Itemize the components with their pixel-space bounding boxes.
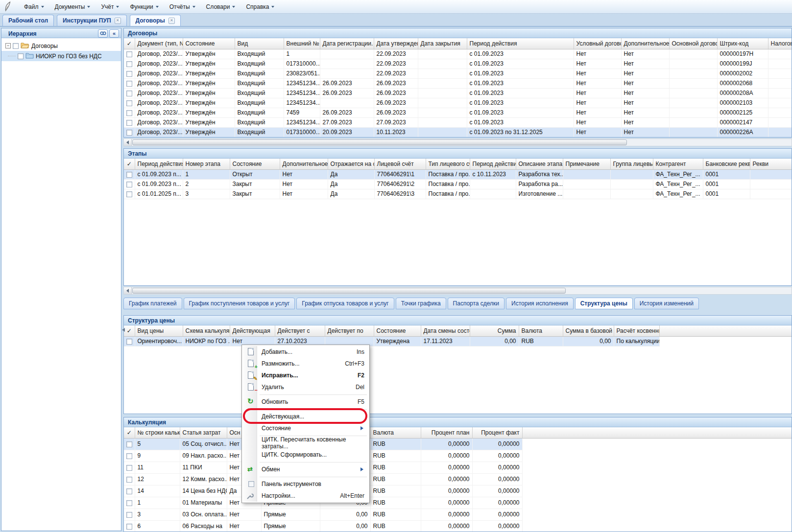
column-header[interactable]: Внешний №	[284, 38, 320, 49]
column-header[interactable]: Действует по	[325, 325, 374, 336]
column-header[interactable]: Валюта	[519, 325, 563, 336]
row-checkbox[interactable]	[126, 110, 132, 116]
row-checkbox[interactable]	[126, 488, 132, 494]
column-header[interactable]: Условный договор	[574, 38, 621, 49]
row-checkbox[interactable]	[126, 71, 132, 77]
context-menu-item-2[interactable]: +Размножить...Ctrl+F3	[243, 358, 368, 370]
collapse-left-icon[interactable]: «	[109, 29, 119, 38]
subtab-6[interactable]: История исполнения	[506, 298, 574, 309]
column-header[interactable]: Процент факт	[472, 427, 522, 438]
row-checkbox[interactable]	[126, 339, 132, 345]
column-header[interactable]: Штрих-код	[717, 38, 768, 49]
row-checkbox[interactable]	[126, 51, 132, 57]
doc-tab-2[interactable]: Инструкции ПУП✕	[57, 15, 126, 26]
row-checkbox[interactable]	[126, 182, 132, 187]
row-checkbox[interactable]	[126, 81, 132, 87]
row-checkbox[interactable]	[126, 91, 132, 96]
table-row[interactable]: с 01.09.2023 п...2ЗакрытНетДа7706406291\…	[124, 179, 792, 189]
row-checkbox[interactable]	[126, 500, 132, 506]
table-row[interactable]: Договор, 2023/...УтверждёнВходящий230823…	[124, 69, 792, 78]
column-header[interactable]: Номер этапа	[183, 159, 230, 169]
row-checkbox[interactable]	[126, 441, 132, 447]
row-checkbox[interactable]	[126, 191, 132, 197]
column-header[interactable]: Дата смены состоя	[421, 325, 470, 336]
doc-tab-1[interactable]: Рабочий стол	[2, 15, 54, 26]
tree-item-1[interactable]: −Договоры	[1, 41, 121, 51]
row-checkbox[interactable]	[126, 477, 132, 483]
table-row[interactable]: Ориентировоч...НИОКР по ГОЗ ...Нет27.10.…	[124, 336, 659, 346]
column-header[interactable]: Дополнительное с	[621, 38, 669, 49]
table-row[interactable]: Договор, 2023/...УтверждёнВходящий123451…	[124, 98, 792, 108]
column-header[interactable]: Состояние	[183, 38, 235, 49]
column-header[interactable]: Налогов	[768, 38, 792, 49]
menubar-item-5[interactable]: Отчёты	[164, 1, 201, 13]
column-header[interactable]: Примечание	[563, 159, 610, 169]
row-checkbox[interactable]	[126, 453, 132, 459]
column-header[interactable]: Период действия л	[470, 159, 516, 169]
table-row[interactable]: с 01.01.2025 п...3ЗакрытНетДа7706406291\…	[124, 189, 792, 199]
column-header[interactable]: Группа лицевых с	[610, 159, 653, 169]
subtab-2[interactable]: График поступления товаров и услуг	[184, 298, 295, 309]
row-checkbox[interactable]	[126, 120, 132, 126]
column-header[interactable]: Период действия	[467, 38, 574, 49]
table-row[interactable]: 606 Расходы наНетПрямые0,00RUB0,000000,0…	[124, 520, 522, 532]
subtab-8[interactable]: История изменений	[634, 298, 699, 309]
menubar-item-1[interactable]: Файл	[19, 1, 49, 13]
tree-item-2[interactable]: НИОКР по ГОЗ без НДС	[1, 51, 121, 61]
table-row[interactable]: Договор, 2023/...УтверждёнВходящий123451…	[124, 88, 792, 98]
table-row[interactable]: Договор, 2023/...УтверждёнВходящий122.09…	[124, 49, 792, 59]
column-header[interactable]: Расчёт косвенных	[614, 325, 659, 336]
scroll-left-arrow-icon[interactable]	[124, 287, 132, 294]
row-checkbox[interactable]	[126, 465, 132, 471]
column-header[interactable]: Сумма в базовой в	[563, 325, 614, 336]
menubar-item-3[interactable]: Учёт	[96, 1, 124, 13]
tab-close-icon[interactable]: ✕	[168, 18, 175, 24]
column-header[interactable]: Лицевой счёт	[374, 159, 426, 169]
column-header[interactable]: Вид цены	[135, 325, 183, 336]
column-header[interactable]: Сумма	[470, 325, 519, 336]
menubar-item-7[interactable]: Справка	[240, 1, 280, 13]
column-header[interactable]: Дата утверждения	[374, 38, 418, 49]
row-checkbox[interactable]	[126, 130, 132, 136]
table-row[interactable]: с 01.09.2023 п...1ОткрытНетДа7706406291\…	[124, 169, 792, 179]
row-checkbox[interactable]	[126, 172, 132, 178]
column-header[interactable]: Процент план	[421, 427, 472, 438]
column-header[interactable]: Состояние	[374, 325, 421, 336]
table-row[interactable]: Договор, 2023/...УтверждёнВходящий123451…	[124, 78, 792, 88]
scroll-left-arrow-icon[interactable]	[120, 326, 126, 333]
context-menu-item-11[interactable]: ЦИТК. Пересчитать косвенные затраты...	[243, 437, 368, 449]
row-checkbox[interactable]	[126, 100, 132, 106]
subtab-5[interactable]: Паспорта сделки	[448, 298, 504, 309]
column-header[interactable]: Вид	[235, 38, 284, 49]
column-header[interactable]: Описание этапа	[516, 159, 563, 169]
tab-close-icon[interactable]: ✕	[115, 18, 121, 24]
context-menu-item-9[interactable]: Состояние	[243, 422, 368, 434]
context-menu-item-4[interactable]: −УдалитьDel	[243, 381, 368, 393]
column-header[interactable]: ✓	[124, 38, 135, 49]
table-row[interactable]: Договор, 2023/...УтверждёнВходящий745926…	[124, 108, 792, 117]
column-header[interactable]: Контрагент	[653, 159, 703, 169]
column-header[interactable]: Действующая	[230, 325, 275, 336]
column-header[interactable]: Состояние	[230, 159, 280, 169]
subtab-1[interactable]: График платежей	[123, 298, 182, 309]
subtab-4[interactable]: Точки графика	[396, 298, 446, 309]
row-checkbox[interactable]	[126, 61, 132, 67]
column-header[interactable]: Схема калькуляци	[183, 325, 230, 336]
column-header[interactable]: Дата регистрации.	[320, 38, 374, 49]
column-header[interactable]: Действует с	[275, 325, 325, 336]
column-header[interactable]: № строки калькул	[135, 427, 180, 438]
column-header[interactable]: Тип лицевого счёт	[426, 159, 470, 169]
context-menu-item-1[interactable]: Добавить...Ins	[243, 346, 368, 358]
table-row[interactable]: 303 Осн. оплата...НетПрямые0,00RUB0,0000…	[124, 509, 522, 520]
binoculars-search-icon[interactable]	[98, 29, 108, 38]
column-header[interactable]: Основной договор	[669, 38, 717, 49]
doc-tab-3[interactable]: Договоры✕	[130, 15, 181, 26]
scroll-left-arrow-icon[interactable]	[124, 139, 132, 146]
context-menu-item-12[interactable]: ЦИТК. Сформировать...	[243, 449, 368, 461]
scrollbar-thumb[interactable]	[132, 139, 627, 145]
column-header[interactable]: ✓	[124, 427, 135, 438]
column-header[interactable]: Дополнительное с	[280, 159, 328, 169]
table-row[interactable]: Договор, 2023/...УтверждёнВходящий017310…	[124, 59, 792, 69]
menubar-item-6[interactable]: Словари	[201, 1, 241, 13]
column-header[interactable]: Период действия..	[135, 159, 183, 169]
